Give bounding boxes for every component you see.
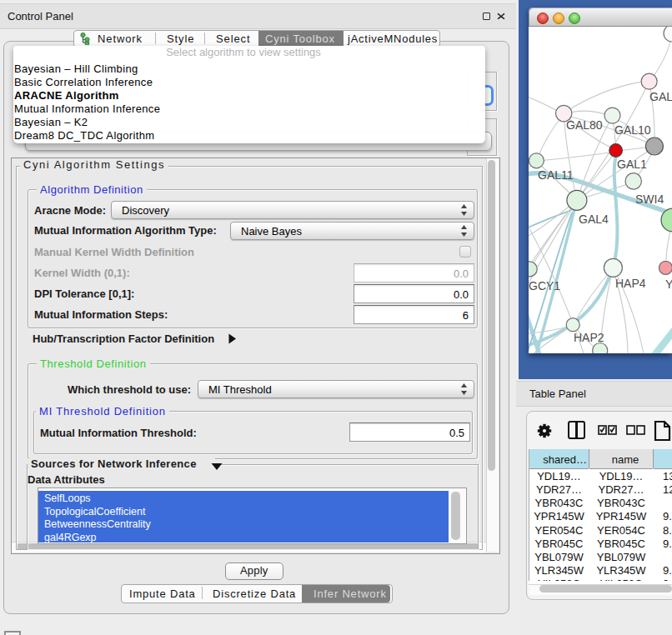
svg-text:GAL1: GAL1 (617, 158, 647, 171)
svg-text:GAL4: GAL4 (579, 212, 609, 226)
svg-text:GAL11: GAL11 (538, 168, 574, 182)
svg-text:Y: Y (665, 278, 672, 291)
svg-text:GAL10: GAL10 (614, 123, 651, 137)
svg-text:GCY1: GCY1 (529, 279, 560, 292)
svg-text:GAL80: GAL80 (566, 118, 603, 132)
svg-text:HAP4: HAP4 (615, 277, 646, 290)
svg-text:GAL8: GAL8 (649, 90, 672, 103)
svg-text:HAP2: HAP2 (574, 331, 604, 344)
svg-text:SWI4: SWI4 (635, 192, 664, 206)
